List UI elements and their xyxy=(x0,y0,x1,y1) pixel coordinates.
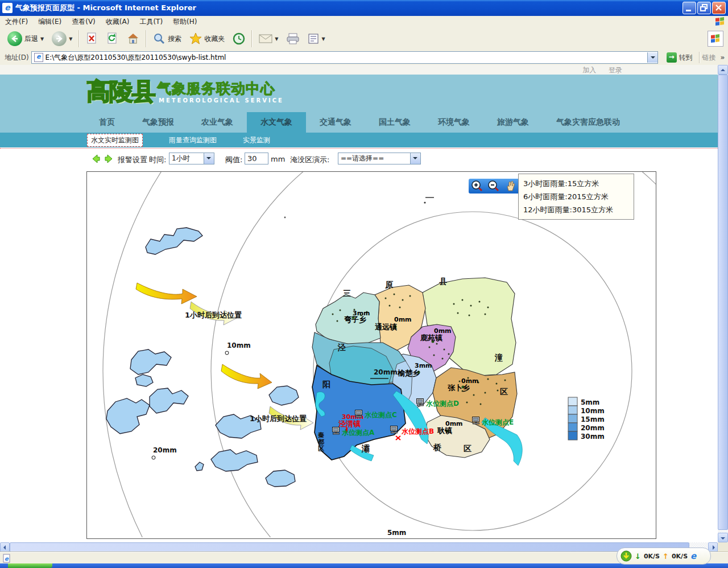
scroll-up-icon[interactable] xyxy=(718,65,728,75)
home-button[interactable] xyxy=(123,30,143,47)
svg-text:张卜乡: 张卜乡 xyxy=(448,384,470,392)
svg-text:20mm: 20mm xyxy=(581,424,605,432)
menu-view[interactable]: 查看(V) xyxy=(67,16,101,27)
print-button[interactable] xyxy=(282,31,304,47)
time-select-dropdown-icon[interactable] xyxy=(204,153,214,164)
go-arrow-icon: → xyxy=(667,52,677,63)
subnav-live-view[interactable]: 实景监测 xyxy=(243,135,270,145)
links-label[interactable]: 链接 xyxy=(702,53,716,63)
menu-bar: 文件(F) 编辑(E) 查看(V) 收藏(A) 工具(T) 帮助(H) xyxy=(0,16,728,28)
nav-item-agriculture[interactable]: 农业气象 xyxy=(188,112,247,133)
svg-text:0mm: 0mm xyxy=(434,327,452,335)
nav-item-tourism[interactable]: 旅游气象 xyxy=(483,112,543,133)
forward-dropdown-icon[interactable]: ▼ xyxy=(69,36,72,42)
scroll-down-icon[interactable] xyxy=(718,533,728,542)
sub-nav: 水文实时监测图 雨量查询监测图 实景监测 xyxy=(0,133,718,147)
start-button-edge[interactable] xyxy=(8,563,52,568)
address-bar: 地址(D) e E:\气象台\原型20110530\原型20110530\swy… xyxy=(0,50,728,65)
svg-text:0mm: 0mm xyxy=(394,316,412,323)
rain-clouds xyxy=(106,228,299,487)
menu-favorites[interactable]: 收藏(A) xyxy=(101,16,135,27)
mail-dropdown-icon[interactable]: ▼ xyxy=(275,36,278,42)
stop-button[interactable] xyxy=(82,30,102,47)
nav-item-disaster-emergency[interactable]: 气象灾害应急联动 xyxy=(543,112,634,133)
horizontal-scrollbar[interactable] xyxy=(0,542,718,552)
menu-help[interactable]: 帮助(H) xyxy=(168,16,202,27)
svg-text:通远镇: 通远镇 xyxy=(375,323,397,331)
flood-select-dropdown-icon[interactable] xyxy=(410,153,420,164)
address-dropdown-icon[interactable] xyxy=(647,52,657,63)
menu-edit[interactable]: 编辑(E) xyxy=(33,16,67,27)
page-nav-arrows[interactable] xyxy=(91,154,114,163)
title-bar: e 气象预报页面原型 - Microsoft Internet Explorer xyxy=(0,0,728,16)
down-arrow-icon: ↓ xyxy=(635,552,641,561)
logo-county: 高陵县 xyxy=(86,76,155,108)
address-separator xyxy=(699,52,700,63)
toolbar-separator xyxy=(146,30,147,47)
rain-info-6h: 6小时面雨量:2015立方米 xyxy=(523,190,629,203)
forward-button[interactable]: ▼ xyxy=(48,29,76,48)
nav-item-land[interactable]: 国土气象 xyxy=(365,112,424,133)
logo-subtitle: METEOROLOGICAL SERVICE xyxy=(159,97,284,104)
svg-text:3mm: 3mm xyxy=(415,362,432,369)
station-E-computer-icon xyxy=(473,417,479,425)
forecast-arrow-1-label: 1小时后到达位置 xyxy=(185,311,242,319)
svg-text:3mm: 3mm xyxy=(353,310,370,317)
history-button[interactable] xyxy=(229,30,249,47)
downloader-icon xyxy=(621,550,632,562)
svg-text:0mm: 0mm xyxy=(445,420,463,427)
windows-flag-icon xyxy=(711,34,720,43)
restore-button[interactable] xyxy=(697,2,711,14)
nav-item-hydrology[interactable]: 水文气象 xyxy=(247,112,306,133)
address-input[interactable]: e E:\气象台\原型20110530\原型20110530\swyb-list… xyxy=(31,51,658,64)
svg-text:水位测点D: 水位测点D xyxy=(425,400,459,408)
nav-item-traffic[interactable]: 交通气象 xyxy=(306,112,365,133)
vertical-scrollbar[interactable] xyxy=(718,65,728,542)
threshold-input[interactable]: 30 xyxy=(245,153,268,164)
svg-text:5mm: 5mm xyxy=(581,398,599,406)
svg-text:0mm: 0mm xyxy=(461,377,479,385)
edit-button[interactable]: ▼ xyxy=(304,31,329,47)
back-dropdown-icon[interactable]: ▼ xyxy=(40,36,44,42)
map-zoom-out-icon[interactable] xyxy=(487,180,500,192)
flood-demo-select[interactable]: ==请选择== xyxy=(338,153,421,164)
time-select[interactable]: 1小时 xyxy=(169,153,214,164)
toolbar-separator xyxy=(251,30,253,47)
nav-item-home[interactable]: 首页 xyxy=(85,112,129,133)
up-arrow-icon: ↑ xyxy=(663,552,669,561)
map-canvas[interactable]: 1小时后到达位置 1小时后到达位置 xyxy=(86,171,656,539)
favorites-button[interactable]: 收藏夹 xyxy=(185,30,229,47)
search-button[interactable]: 搜索 xyxy=(149,30,185,47)
login-link[interactable]: 登录 xyxy=(609,66,622,74)
nav-item-weather-forecast[interactable]: 气象预报 xyxy=(129,112,188,133)
go-button[interactable]: → 转到 xyxy=(663,51,697,64)
svg-text:区: 区 xyxy=(318,445,324,452)
scroll-left-icon[interactable] xyxy=(0,542,10,552)
edit-icon xyxy=(308,33,319,44)
map-zoom-in-icon[interactable] xyxy=(471,180,483,192)
hscroll-thumb[interactable] xyxy=(10,542,689,552)
page-status-icon: e xyxy=(2,554,11,563)
menu-file[interactable]: 文件(F) xyxy=(0,16,33,27)
download-speed: 0K/S xyxy=(644,553,660,560)
back-button[interactable]: 后退 ▼ xyxy=(3,29,48,48)
forward-icon xyxy=(52,31,67,46)
subnav-rain-query[interactable]: 雨量查询监测图 xyxy=(169,135,217,145)
menu-tools[interactable]: 工具(T) xyxy=(134,16,168,27)
map-pan-hand-icon[interactable] xyxy=(504,180,516,192)
subnav-realtime-monitor[interactable]: 水文实时监测图 xyxy=(87,134,143,147)
minimize-button[interactable] xyxy=(682,2,696,14)
mail-button[interactable]: ▼ xyxy=(255,31,282,46)
links-chevron-icon[interactable]: » xyxy=(721,53,725,61)
go-label: 转到 xyxy=(679,53,693,63)
nav-item-environment[interactable]: 环境气象 xyxy=(424,112,483,133)
join-link[interactable]: 加入 xyxy=(582,66,596,74)
vscroll-thumb[interactable] xyxy=(718,75,728,530)
station-D[interactable]: 水位测点D xyxy=(417,399,460,408)
edit-dropdown-icon[interactable]: ▼ xyxy=(321,36,325,42)
refresh-button[interactable] xyxy=(102,30,123,47)
account-strip: 加入 登录 xyxy=(0,65,718,75)
close-button[interactable] xyxy=(712,2,726,14)
download-speed-widget[interactable]: ↓ 0K/S ↑ 0K/S e xyxy=(617,548,711,565)
ring-label-5mm: 5mm xyxy=(387,529,406,537)
